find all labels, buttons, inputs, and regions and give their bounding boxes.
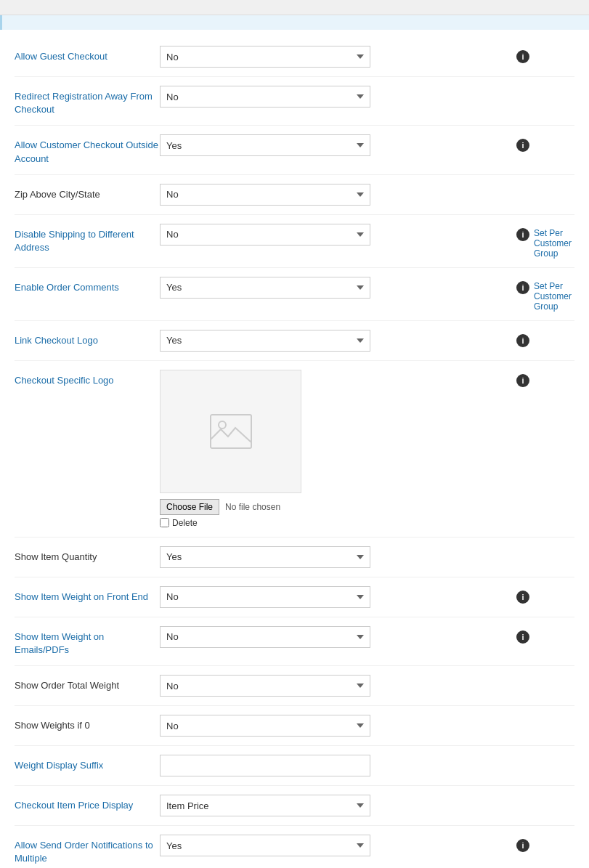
setting-row-show-weights-if-0: Show Weights if 0NoYes	[15, 706, 574, 746]
setting-info-area-link-checkout-logo: i	[516, 330, 574, 347]
setting-control-checkout-item-price-display: Item PricePrice Including TaxPrice Exclu…	[160, 795, 516, 816]
setting-row-redirect-registration: Redirect Registration Away From Checkout…	[15, 77, 574, 126]
file-upload-row: Choose FileNo file chosen	[160, 499, 280, 515]
setting-label-zip-above-city-state: Zip Above City/State	[15, 184, 160, 201]
setting-label-show-order-total-weight: Show Order Total Weight	[15, 675, 160, 692]
info-icon-enable-order-comments[interactable]: i	[516, 281, 529, 294]
setting-row-show-item-weight-emails: Show Item Weight on Emails/PDFsNoYesi	[15, 617, 574, 666]
select-show-item-weight-front-end[interactable]: NoYes	[160, 586, 370, 608]
setting-label-show-item-weight-front-end: Show Item Weight on Front End	[15, 586, 160, 604]
setting-control-disable-shipping-different-address: NoYes	[160, 224, 516, 246]
setting-row-checkout-specific-logo: Checkout Specific Logo Choose FileNo fil…	[15, 361, 574, 538]
setting-control-zip-above-city-state: NoYes	[160, 184, 516, 206]
setting-row-show-item-weight-front-end: Show Item Weight on Front EndNoYesi	[15, 577, 574, 617]
info-icon-link-checkout-logo[interactable]: i	[516, 334, 529, 347]
setting-row-allow-send-order-notifications: Allow Send Order Notifications to Multip…	[15, 826, 574, 868]
setting-control-allow-customer-checkout-outside: NoYes	[160, 134, 516, 156]
select-zip-above-city-state[interactable]: NoYes	[160, 184, 370, 206]
info-icon-show-item-weight-emails[interactable]: i	[516, 630, 529, 644]
setting-control-show-item-weight-emails: NoYes	[160, 626, 516, 648]
setting-label-allow-customer-checkout-outside: Allow Customer Checkout Outside Account	[15, 134, 160, 165]
setting-info-area-zip-above-city-state	[516, 184, 574, 188]
setting-label-link-checkout-logo: Link Checkout Logo	[15, 330, 160, 347]
set-per-group-link-enable-order-comments[interactable]: Set Per Customer Group	[534, 281, 574, 312]
info-icon-disable-shipping-different-address[interactable]: i	[516, 228, 529, 241]
setting-control-checkout-specific-logo: Choose FileNo file chosenDelete	[160, 370, 516, 528]
setting-control-allow-send-order-notifications: NoYes	[160, 835, 516, 856]
setting-label-redirect-registration: Redirect Registration Away From Checkout	[15, 86, 160, 116]
setting-info-area-allow-guest-checkout: i	[516, 46, 574, 63]
setting-info-area-allow-customer-checkout-outside: i	[516, 134, 574, 152]
select-disable-shipping-different-address[interactable]: NoYes	[160, 224, 370, 246]
delete-checkbox[interactable]	[160, 518, 169, 527]
settings-body: Allow Guest CheckoutNoYesiRedirect Regis…	[0, 30, 589, 868]
choose-file-button[interactable]: Choose File	[160, 499, 219, 515]
setting-row-enable-order-comments: Enable Order CommentsNoYesiSet Per Custo…	[15, 268, 574, 321]
setting-row-allow-customer-checkout-outside: Allow Customer Checkout Outside AccountN…	[15, 126, 574, 174]
delete-row: Delete	[160, 518, 198, 528]
setting-label-show-item-weight-emails: Show Item Weight on Emails/PDFs	[15, 626, 160, 657]
setting-label-checkout-item-price-display: Checkout Item Price Display	[15, 795, 160, 812]
setting-control-show-weights-if-0: NoYes	[160, 715, 516, 737]
setting-info-area-show-item-quantity	[516, 546, 574, 551]
info-icon-allow-send-order-notifications[interactable]: i	[516, 839, 529, 852]
info-banner	[0, 15, 589, 30]
select-allow-customer-checkout-outside[interactable]: NoYes	[160, 134, 370, 156]
setting-label-show-weights-if-0: Show Weights if 0	[15, 715, 160, 732]
image-preview	[160, 370, 301, 493]
setting-info-area-enable-order-comments: iSet Per Customer Group	[516, 277, 574, 312]
info-icon-allow-guest-checkout[interactable]: i	[516, 50, 529, 63]
info-icon-checkout-specific-logo[interactable]: i	[516, 374, 529, 387]
setting-label-allow-send-order-notifications: Allow Send Order Notifications to Multip…	[15, 835, 160, 865]
setting-info-area-show-item-weight-front-end: i	[516, 586, 574, 604]
setting-label-disable-shipping-different-address: Disable Shipping to Different Address	[15, 224, 160, 254]
setting-info-area-checkout-specific-logo: i	[516, 370, 574, 387]
setting-row-allow-guest-checkout: Allow Guest CheckoutNoYesi	[15, 37, 574, 77]
info-icon-allow-customer-checkout-outside[interactable]: i	[516, 139, 529, 152]
svg-rect-0	[211, 415, 251, 448]
select-allow-send-order-notifications[interactable]: NoYes	[160, 835, 370, 856]
setting-control-show-item-quantity: NoYes	[160, 546, 516, 568]
setting-control-weight-display-suffix	[160, 755, 516, 776]
setting-row-zip-above-city-state: Zip Above City/StateNoYes	[15, 175, 574, 215]
select-show-order-total-weight[interactable]: NoYes	[160, 675, 370, 697]
select-show-item-weight-emails[interactable]: NoYes	[160, 626, 370, 648]
setting-label-show-item-quantity: Show Item Quantity	[15, 546, 160, 564]
setting-row-show-order-total-weight: Show Order Total WeightNoYes	[15, 666, 574, 706]
image-placeholder-icon	[209, 413, 253, 450]
setting-row-weight-display-suffix: Weight Display Suffix	[15, 746, 574, 786]
input-weight-display-suffix[interactable]	[160, 755, 370, 776]
setting-control-allow-guest-checkout: NoYes	[160, 46, 516, 68]
setting-control-enable-order-comments: NoYes	[160, 277, 516, 299]
select-checkout-item-price-display[interactable]: Item PricePrice Including TaxPrice Exclu…	[160, 795, 370, 816]
select-link-checkout-logo[interactable]: NoYes	[160, 330, 370, 352]
setting-info-area-show-item-weight-emails: i	[516, 626, 574, 644]
select-show-weights-if-0[interactable]: NoYes	[160, 715, 370, 737]
setting-row-show-item-quantity: Show Item QuantityNoYes	[15, 538, 574, 577]
setting-info-area-redirect-registration	[516, 86, 574, 90]
page-wrapper: Allow Guest CheckoutNoYesiRedirect Regis…	[0, 0, 589, 868]
setting-info-area-checkout-item-price-display	[516, 795, 574, 799]
page-header	[0, 0, 589, 15]
setting-info-area-weight-display-suffix	[516, 755, 574, 759]
no-file-text: No file chosen	[225, 502, 280, 512]
setting-label-checkout-specific-logo: Checkout Specific Logo	[15, 370, 160, 387]
setting-control-link-checkout-logo: NoYes	[160, 330, 516, 352]
setting-control-show-order-total-weight: NoYes	[160, 675, 516, 697]
setting-info-area-show-order-total-weight	[516, 675, 574, 679]
select-enable-order-comments[interactable]: NoYes	[160, 277, 370, 299]
setting-row-checkout-item-price-display: Checkout Item Price DisplayItem PricePri…	[15, 786, 574, 826]
select-redirect-registration[interactable]: NoYes	[160, 86, 370, 108]
setting-info-area-allow-send-order-notifications: i	[516, 835, 574, 852]
svg-point-1	[219, 421, 226, 429]
setting-label-weight-display-suffix: Weight Display Suffix	[15, 755, 160, 772]
info-icon-show-item-weight-front-end[interactable]: i	[516, 591, 529, 604]
setting-control-show-item-weight-front-end: NoYes	[160, 586, 516, 608]
setting-label-enable-order-comments: Enable Order Comments	[15, 277, 160, 294]
setting-info-area-disable-shipping-different-address: iSet Per Customer Group	[516, 224, 574, 259]
select-show-item-quantity[interactable]: NoYes	[160, 546, 370, 568]
set-per-group-link-disable-shipping-different-address[interactable]: Set Per Customer Group	[534, 228, 574, 259]
setting-label-allow-guest-checkout: Allow Guest Checkout	[15, 46, 160, 63]
setting-control-redirect-registration: NoYes	[160, 86, 516, 108]
select-allow-guest-checkout[interactable]: NoYes	[160, 46, 370, 68]
